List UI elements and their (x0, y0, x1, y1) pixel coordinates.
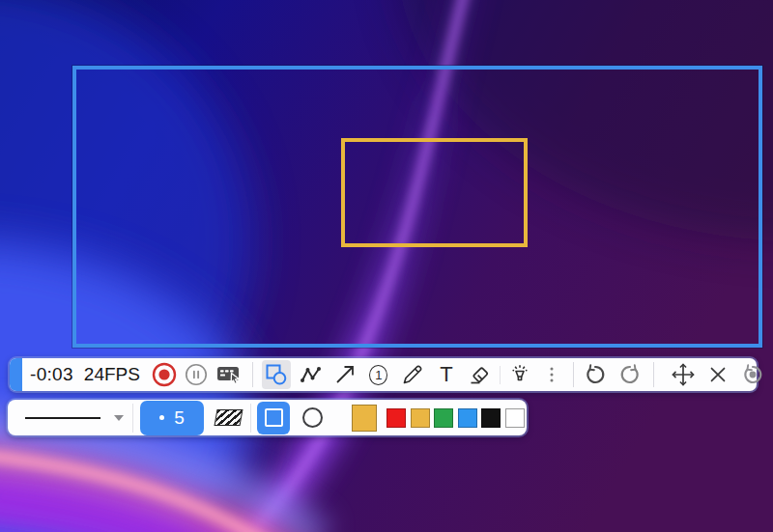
hatch-fill-button[interactable] (212, 404, 244, 433)
color-swatch-blue[interactable] (458, 408, 477, 428)
polyline-tool-button[interactable] (298, 361, 325, 388)
arrow-icon (332, 362, 358, 387)
recorder-toolbar: -0:03 24FPS (10, 358, 757, 391)
style-toolbar: 5 (8, 400, 527, 435)
undo-button[interactable] (582, 361, 609, 388)
close-button[interactable] (704, 361, 731, 388)
line-style-dropdown[interactable] (15, 405, 128, 432)
rectangle-shape-button[interactable] (257, 402, 290, 434)
stroke-size-dot-icon (159, 415, 164, 420)
toolbar-drag-handle[interactable] (10, 358, 22, 391)
pause-button[interactable] (183, 361, 210, 388)
text-icon: T (440, 364, 452, 385)
pencil-icon (400, 362, 425, 387)
arrow-tool-button[interactable] (331, 361, 358, 388)
ellipse-shape-button[interactable] (296, 402, 329, 434)
draw-board-button[interactable] (215, 361, 243, 388)
line-style-sample (25, 417, 100, 419)
move-icon (671, 362, 696, 387)
shapes-tool-button[interactable] (262, 360, 291, 389)
shapes-icon (264, 362, 289, 387)
redo-button[interactable] (616, 361, 644, 388)
restart-recording-button[interactable] (739, 361, 766, 388)
pause-icon (184, 362, 209, 387)
polyline-icon (299, 362, 324, 387)
draw-board-icon (215, 363, 243, 386)
fps-label: 24FPS (84, 364, 140, 385)
ellipse-shape-icon (302, 407, 323, 428)
pencil-tool-button[interactable] (399, 361, 426, 388)
color-swatch-white[interactable] (505, 408, 525, 428)
toolbar-separator (132, 404, 133, 433)
toolbar-separator (250, 404, 251, 433)
color-palette (352, 405, 525, 432)
toolbar-separator (573, 362, 574, 387)
spotlight-icon (507, 362, 532, 387)
toolbar-separator (252, 362, 253, 387)
recording-timer: -0:03 (30, 364, 73, 385)
hatch-fill-icon (214, 409, 243, 426)
eraser-tool-button[interactable] (467, 361, 494, 388)
chevron-down-icon (114, 415, 124, 421)
more-options-button[interactable] (538, 361, 565, 388)
spotlight-tool-button[interactable] (506, 361, 533, 388)
color-swatch-red[interactable] (386, 408, 406, 428)
eraser-icon (468, 362, 493, 387)
record-icon (151, 361, 178, 388)
color-swatch-yellow[interactable] (411, 408, 430, 428)
drawn-rectangle-annotation (341, 138, 528, 247)
current-color-swatch[interactable] (352, 405, 377, 432)
color-swatch-green[interactable] (434, 408, 453, 428)
stroke-size-value: 5 (174, 407, 185, 429)
desktop: -0:03 24FPS (0, 0, 773, 532)
move-toolbar-button[interactable] (670, 361, 697, 388)
stroke-size-button[interactable]: 5 (140, 401, 204, 435)
numbered-step-icon: 1 (369, 365, 387, 385)
record-button[interactable] (151, 361, 178, 388)
color-swatch-black[interactable] (481, 408, 501, 428)
text-tool-button[interactable]: T (433, 361, 460, 388)
toolbar-separator (653, 362, 654, 387)
redo-icon (617, 362, 643, 387)
more-options-icon (541, 362, 562, 387)
restart-icon (740, 362, 765, 387)
close-icon (706, 363, 730, 386)
toolbar-separator (500, 366, 501, 384)
undo-icon (583, 362, 608, 387)
numbered-step-tool-button[interactable]: 1 (365, 361, 392, 388)
rectangle-shape-icon (265, 408, 283, 427)
